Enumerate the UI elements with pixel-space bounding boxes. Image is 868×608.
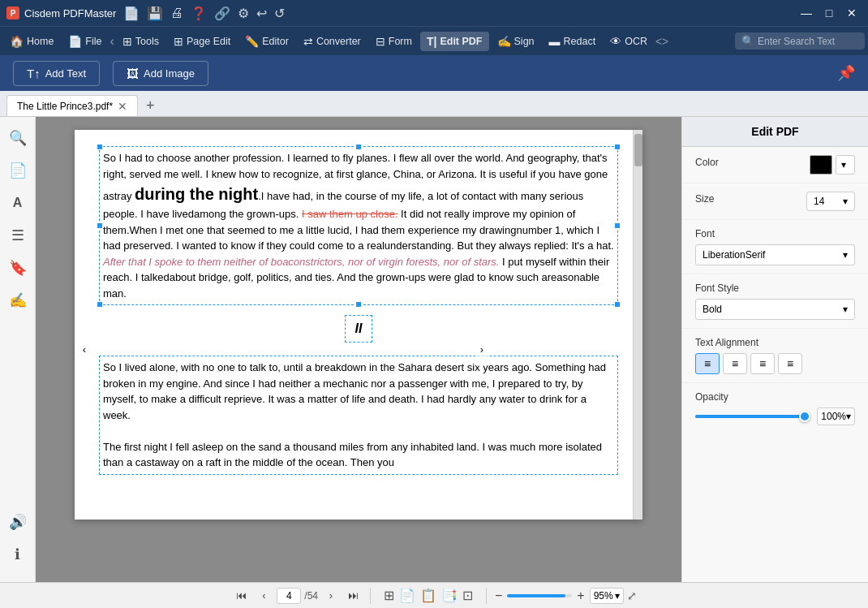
maximize-button[interactable]: □ xyxy=(819,3,839,23)
menu-sign[interactable]: ✍️ Sign xyxy=(491,32,541,51)
next-page-button[interactable]: › xyxy=(321,586,341,606)
print-icon[interactable]: 🖨 xyxy=(168,4,186,22)
menu-home[interactable]: 🏠 Home xyxy=(3,32,60,51)
scroll-left-arrow[interactable]: ‹ xyxy=(78,334,91,366)
align-center-button[interactable]: ≡ xyxy=(723,353,747,374)
align-justify-button[interactable]: ≡ xyxy=(778,353,802,374)
font-dropdown[interactable]: LiberationSerif ▾ xyxy=(695,244,855,265)
nav-back-icon[interactable]: ‹ xyxy=(110,34,114,49)
sidebar-search[interactable]: 🔍 xyxy=(3,123,32,153)
help-icon[interactable]: ❓ xyxy=(188,4,209,23)
new-tab-button[interactable]: + xyxy=(138,95,163,116)
opacity-section: Opacity 100% ▾ xyxy=(682,383,868,433)
sidebar-bookmark[interactable]: 🔖 xyxy=(3,253,32,282)
extract-icon[interactable]: ⊡ xyxy=(462,588,473,603)
handle-bc[interactable] xyxy=(355,301,362,308)
handle-tl[interactable] xyxy=(97,144,103,150)
search-input[interactable] xyxy=(758,36,855,47)
main-text-block[interactable]: So I had to choose another profession. I… xyxy=(99,146,618,305)
app-icon: P xyxy=(6,6,19,19)
add-image-label: Add Image xyxy=(144,67,195,80)
page-number-input[interactable] xyxy=(277,588,301,604)
page-scrollbar[interactable] xyxy=(633,130,642,520)
fullscreen-icon[interactable]: ⤢ xyxy=(627,589,637,602)
menu-converter[interactable]: ⇄ Converter xyxy=(297,32,367,51)
close-button[interactable]: ✕ xyxy=(842,3,862,23)
toolbar: T↑ Add Text 🖼 Add Image 📌 xyxy=(0,55,868,91)
zoom-out-button[interactable]: − xyxy=(493,589,504,603)
search-box[interactable]: 🔍 xyxy=(735,32,865,50)
sidebar-document[interactable]: 📄 xyxy=(3,156,32,185)
opacity-row: 100% ▾ xyxy=(695,407,855,425)
redo-icon[interactable]: ↺ xyxy=(272,4,287,23)
tools-icon: ⊞ xyxy=(122,35,132,48)
add-image-button[interactable]: 🖼 Add Image xyxy=(113,61,208,86)
link-icon[interactable]: 🔗 xyxy=(212,4,233,23)
sidebar-signature[interactable]: ✍ xyxy=(3,286,32,315)
color-dropdown[interactable]: ▾ xyxy=(836,155,855,175)
sidebar-list[interactable]: ☰ xyxy=(3,221,32,250)
sidebar-speaker[interactable]: 🔊 xyxy=(3,507,32,537)
save-icon[interactable]: 💾 xyxy=(144,4,165,23)
document-tab[interactable]: The Little Prince3.pdf* ✕ xyxy=(6,95,138,116)
color-section: Color ▾ xyxy=(682,147,868,183)
color-swatch[interactable] xyxy=(810,155,832,175)
handle-mr[interactable] xyxy=(614,222,621,229)
handle-br[interactable] xyxy=(614,301,621,308)
two-page-icon[interactable]: 📋 xyxy=(420,588,436,603)
add-text-button[interactable]: T↑ Add Text xyxy=(13,61,100,86)
fit-page-icon[interactable]: ⊞ xyxy=(384,588,394,603)
menu-form[interactable]: ⊟ Form xyxy=(369,32,419,51)
size-dropdown[interactable]: 14 ▾ xyxy=(806,192,855,211)
prev-page-button[interactable]: ‹ xyxy=(254,586,273,606)
menu-tools[interactable]: ⊞ Tools xyxy=(116,32,165,51)
font-style-dropdown[interactable]: Bold ▾ xyxy=(695,299,855,320)
undo-icon[interactable]: ↩ xyxy=(254,4,269,23)
handle-bl[interactable] xyxy=(97,301,103,308)
font-section: Font LiberationSerif ▾ xyxy=(682,220,868,274)
pin-icon[interactable]: 📌 xyxy=(837,64,855,82)
zoom-value-display[interactable]: 95% ▾ xyxy=(590,588,624,604)
handle-tc[interactable] xyxy=(355,144,362,150)
add-text-icon: T↑ xyxy=(27,67,41,80)
handle-ml[interactable] xyxy=(97,222,103,229)
title-bar: P Cisdem PDFMaster 📄 💾 🖨 ❓ 🔗 ⚙ ↩ ↺ — □ ✕ xyxy=(0,0,868,26)
second-text-block[interactable]: So I lived alone, with no one to talk to… xyxy=(99,356,618,475)
sidebar-text[interactable]: A xyxy=(3,188,32,218)
menu-redact[interactable]: ▬ Redact xyxy=(543,32,603,51)
menu-ocr[interactable]: 👁 OCR xyxy=(604,32,654,51)
color-label: Color xyxy=(695,157,719,168)
sidebar-info[interactable]: ℹ xyxy=(3,540,32,569)
zoom-slider[interactable] xyxy=(507,594,572,597)
single-page-icon[interactable]: 📄 xyxy=(399,588,415,603)
first-page-button[interactable]: ⏮ xyxy=(231,586,251,606)
opacity-slider[interactable] xyxy=(695,415,810,418)
zoom-chevron-icon: ▾ xyxy=(615,590,620,602)
zoom-in-button[interactable]: + xyxy=(575,589,586,603)
tab-close-button[interactable]: ✕ xyxy=(118,100,127,113)
code-brackets-icon[interactable]: <> xyxy=(655,35,668,48)
handle-tr[interactable] xyxy=(614,144,621,150)
menu-editor[interactable]: ✏️ Editor xyxy=(238,32,295,51)
pdf-page: So I had to choose another profession. I… xyxy=(75,130,642,520)
menu-page-edit[interactable]: ⊞ Page Edit xyxy=(167,32,237,51)
font-style-label: Font Style xyxy=(695,282,855,294)
menu-edit-pdf[interactable]: T| Edit PDF xyxy=(420,32,489,51)
last-page-button[interactable]: ⏭ xyxy=(344,586,363,606)
chapter-box[interactable]: II xyxy=(345,315,373,343)
opacity-value-display[interactable]: 100% ▾ xyxy=(817,407,855,425)
align-left-button[interactable]: ≡ xyxy=(695,353,720,374)
new-file-icon[interactable]: 📄 xyxy=(121,4,142,23)
scrollbar-thumb[interactable] xyxy=(634,134,642,166)
scroll-right-arrow[interactable]: › xyxy=(475,334,488,366)
settings-icon[interactable]: ⚙ xyxy=(235,4,251,23)
form-icon: ⊟ xyxy=(376,35,385,48)
scroll-icon[interactable]: 📑 xyxy=(441,588,458,603)
opacity-thumb[interactable] xyxy=(799,411,810,422)
pdf-area[interactable]: ‹ › So I had to choose another professio… xyxy=(36,117,681,582)
paragraph-2b: The first night I fell asleep on the san… xyxy=(103,439,614,471)
align-right-button[interactable]: ≡ xyxy=(750,353,775,374)
separator-1 xyxy=(370,588,371,604)
menu-file[interactable]: 📄 File xyxy=(62,32,108,51)
minimize-button[interactable]: — xyxy=(797,3,816,23)
